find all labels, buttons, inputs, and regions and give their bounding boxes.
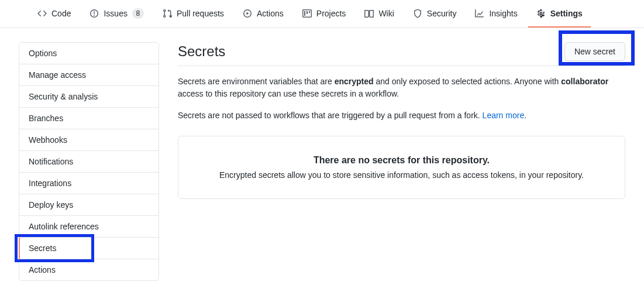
page-subhead: Secrets New secret	[178, 42, 625, 66]
sidebar-item-label: Secrets	[29, 243, 56, 253]
tab-label: Code	[51, 8, 71, 19]
learn-more-link[interactable]: Learn more	[483, 111, 525, 120]
main-content: Secrets New secret Secrets are environme…	[178, 42, 625, 281]
tab-label: Pull requests	[177, 8, 224, 19]
sidebar-item-actions[interactable]: Actions	[19, 259, 159, 280]
sidebar-item-security-analysis[interactable]: Security & analysis	[19, 86, 159, 108]
tab-label: Actions	[257, 8, 284, 19]
sidebar-item-branches[interactable]: Branches	[19, 108, 159, 129]
sidebar-item-autolink[interactable]: Autolink references	[19, 216, 159, 238]
sidebar-item-notifications[interactable]: Notifications	[19, 151, 159, 173]
sidebar-item-secrets[interactable]: Secrets	[19, 238, 159, 259]
tab-settings[interactable]: Settings	[528, 1, 591, 28]
tab-issues[interactable]: Issues 8	[81, 1, 151, 28]
page-title: Secrets	[178, 43, 225, 60]
tab-pull-requests[interactable]: Pull requests	[154, 1, 232, 28]
settings-layout: Options Manage access Security & analysi…	[0, 28, 644, 295]
empty-body: Encrypted secrets allow you to store sen…	[197, 170, 606, 180]
tab-code[interactable]: Code	[29, 1, 79, 28]
tab-projects[interactable]: Projects	[294, 1, 354, 28]
tab-label: Security	[427, 8, 457, 19]
gear-icon	[536, 9, 546, 18]
tab-wiki[interactable]: Wiki	[356, 1, 402, 28]
tab-insights[interactable]: Insights	[467, 1, 525, 28]
tab-label: Insights	[489, 8, 517, 19]
book-icon	[364, 9, 374, 18]
empty-title: There are no secrets for this repository…	[197, 155, 606, 166]
repo-tabs: Code Issues 8 Pull requests Actions Proj…	[0, 0, 644, 28]
tab-label: Settings	[550, 8, 583, 19]
sidebar-item-integrations[interactable]: Integrations	[19, 173, 159, 194]
description-1: Secrets are environment variables that a…	[178, 76, 625, 100]
code-icon	[37, 9, 47, 18]
sidebar-item-options[interactable]: Options	[19, 43, 159, 64]
new-secret-button[interactable]: New secret	[564, 42, 625, 61]
issue-icon	[89, 9, 99, 18]
pull-request-icon	[163, 9, 172, 18]
tab-security[interactable]: Security	[405, 1, 465, 28]
shield-icon	[413, 9, 422, 18]
sidebar-item-manage-access[interactable]: Manage access	[19, 64, 159, 86]
settings-sidebar: Options Manage access Security & analysi…	[19, 42, 159, 281]
tab-label: Wiki	[378, 8, 394, 19]
sidebar-item-deploy-keys[interactable]: Deploy keys	[19, 194, 159, 216]
graph-icon	[475, 9, 484, 18]
play-icon	[243, 9, 252, 18]
issues-count: 8	[132, 8, 144, 19]
tab-label: Issues	[104, 8, 127, 19]
settings-menu: Options Manage access Security & analysi…	[19, 42, 159, 281]
tab-label: Projects	[316, 8, 346, 19]
project-icon	[302, 9, 312, 18]
sidebar-item-webhooks[interactable]: Webhooks	[19, 129, 159, 151]
description-2: Secrets are not passed to workflows that…	[178, 109, 625, 122]
empty-state: There are no secrets for this repository…	[178, 136, 625, 199]
tab-actions[interactable]: Actions	[235, 1, 292, 28]
